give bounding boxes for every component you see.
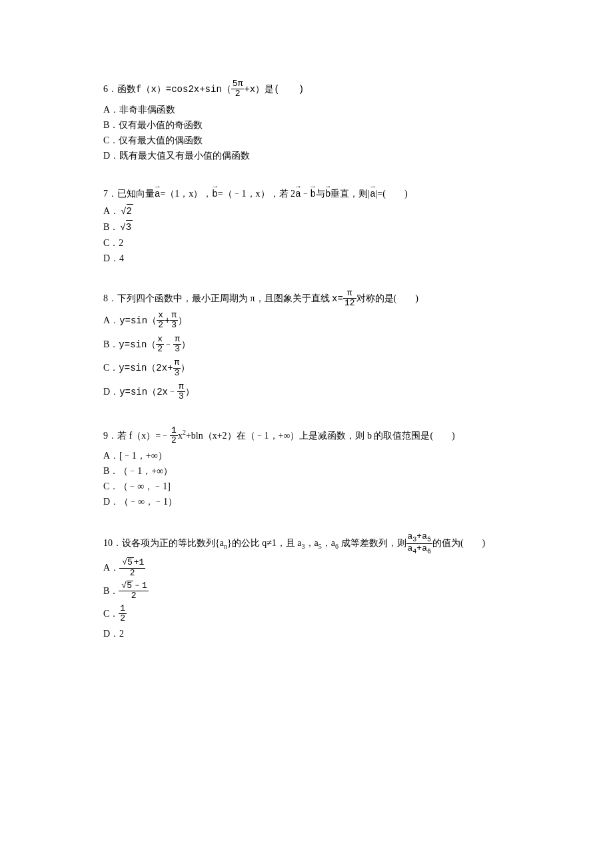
plus: +: [165, 315, 170, 326]
option-c: C．2: [103, 236, 510, 250]
option-d: D．2: [103, 627, 510, 641]
numerator: x: [157, 311, 165, 321]
denominator: 2: [119, 569, 145, 578]
expr: y=sin（2x+: [119, 363, 173, 373]
label: C．: [103, 363, 119, 373]
fraction: 5π2: [231, 79, 245, 99]
label: B．: [103, 339, 119, 349]
fraction: π3: [177, 382, 185, 402]
label: A．: [103, 206, 119, 216]
question-number: 8．: [103, 293, 117, 303]
question-6: 6．函数f（x）=cos2x+sin（5π2+x）是( ) A．非奇非偶函数 B…: [103, 80, 510, 163]
option-c: C．12: [103, 605, 510, 625]
text: =（1，x），: [160, 189, 212, 199]
sqrt: 2: [119, 204, 133, 219]
option-c: C．仅有最大值的偶函数: [103, 133, 510, 147]
option-d: D．既有最大值又有最小值的偶函数: [103, 149, 510, 163]
denominator: 3: [173, 345, 181, 354]
label: A．: [103, 563, 119, 573]
fraction: x2: [156, 335, 164, 355]
expr: y=sin（: [119, 339, 156, 350]
numerator: x: [156, 335, 164, 345]
label: D．: [103, 387, 119, 397]
text: 垂直，则|: [330, 189, 370, 199]
vector-b: b: [310, 187, 316, 201]
option-a: A．2: [103, 204, 510, 219]
fraction: π3: [173, 358, 181, 378]
text: ，a: [305, 538, 318, 548]
denominator: 3: [177, 392, 185, 401]
denominator: 2: [156, 345, 164, 354]
question-number: 6．: [103, 84, 117, 94]
label: A．: [103, 315, 119, 325]
math-expr: f（x）=cos2x+sin（: [136, 84, 231, 95]
fraction: x2: [157, 311, 165, 331]
fraction: π12: [343, 289, 356, 309]
numerator: 5+1: [119, 557, 145, 568]
option-d: D．4: [103, 251, 510, 265]
denominator: 3: [173, 369, 181, 378]
text: 设各项为正的等比数列{a: [122, 538, 224, 548]
option-b: B．5﹣12: [103, 581, 510, 602]
text: }的公比 q≠1，且 a: [227, 538, 302, 548]
denominator: 3: [170, 321, 178, 330]
text: 的值为( ): [432, 538, 485, 548]
numerator: π: [173, 335, 181, 345]
text: 下列四个函数中，最小正周期为 π，且图象关于直线: [117, 293, 332, 303]
option-c: C．（﹣∞，﹣1]: [103, 479, 510, 493]
vector-b: b: [212, 187, 217, 201]
sub: 6: [427, 547, 431, 555]
question-8: 8．下列四个函数中，最小正周期为 π，且图象关于直线 x=π12对称的是( ) …: [103, 289, 510, 403]
label: B．: [103, 585, 119, 595]
question-9-stem: 9．若 f（x）=﹣12x2+bln（x+2）在（﹣1，+∞）上是减函数，则 b…: [103, 427, 510, 447]
radicand: 5: [127, 557, 134, 567]
numerator: π: [177, 382, 185, 392]
denominator: 12: [343, 299, 356, 308]
denominator: a4+a6: [406, 544, 432, 555]
question-10: 10．设各项为正的等比数列{an}的公比 q≠1，且 a3，a5，a6 成等差数…: [103, 533, 510, 641]
text: +x）是( ): [244, 84, 304, 95]
text: |=( ): [376, 189, 408, 199]
question-number: 9．: [103, 431, 117, 441]
radicand: 2: [127, 204, 133, 219]
numerator: 5π: [231, 79, 245, 89]
text: =（﹣1，x），若 2: [218, 189, 295, 199]
paren: ）: [185, 387, 195, 397]
option-b: B．y=sin（x2﹣π3）: [103, 335, 510, 355]
label: B．: [103, 222, 119, 232]
text: 已知向量: [117, 189, 155, 199]
plus-a: +a: [416, 531, 427, 541]
vector-a: a: [370, 187, 375, 201]
question-10-stem: 10．设各项为正的等比数列{an}的公比 q≠1，且 a3，a5，a6 成等差数…: [103, 533, 510, 555]
minus: ﹣: [164, 339, 173, 350]
fraction: 5﹣12: [119, 581, 148, 601]
question-number: 10．: [103, 538, 122, 548]
paren: ）: [181, 339, 191, 350]
option-d: D．y=sin（2x﹣π3）: [103, 383, 510, 403]
numerator: π: [343, 289, 356, 299]
text: 函数: [117, 84, 136, 94]
minus-one: ﹣1: [133, 581, 147, 591]
question-7-stem: 7．已知向量a=（1，x），b=（﹣1，x），若 2a﹣b与b垂直，则|a|=(…: [103, 187, 510, 201]
option-d: D．（﹣∞，﹣1）: [103, 495, 510, 509]
radicand: 5: [127, 581, 133, 591]
numerator: a3+a5: [406, 532, 432, 544]
vector-a: a: [155, 187, 160, 201]
expr: y=sin（2x﹣: [119, 387, 177, 397]
numerator: 1: [170, 426, 178, 436]
sqrt: 5: [121, 557, 134, 567]
paren: ）: [181, 363, 190, 373]
option-b: B．仅有最小值的奇函数: [103, 118, 510, 132]
fraction: π3: [173, 335, 181, 355]
denominator: 2: [119, 591, 148, 601]
question-number: 7．: [103, 189, 117, 199]
option-a: A．[﹣1，+∞）: [103, 449, 510, 463]
question-6-stem: 6．函数f（x）=cos2x+sin（5π2+x）是( ): [103, 80, 510, 100]
text: 若 f（x）=﹣: [117, 431, 170, 441]
numerator: 5﹣1: [119, 581, 148, 591]
numerator: 1: [119, 604, 127, 614]
option-b: B．（﹣1，+∞）: [103, 464, 510, 478]
option-a: A．y=sin（x2+π3）: [103, 311, 510, 331]
vector-a: a: [295, 187, 301, 201]
text: +bln（x+2）在（﹣1，+∞）上是减函数，则 b 的取值范围是( ): [186, 431, 455, 441]
